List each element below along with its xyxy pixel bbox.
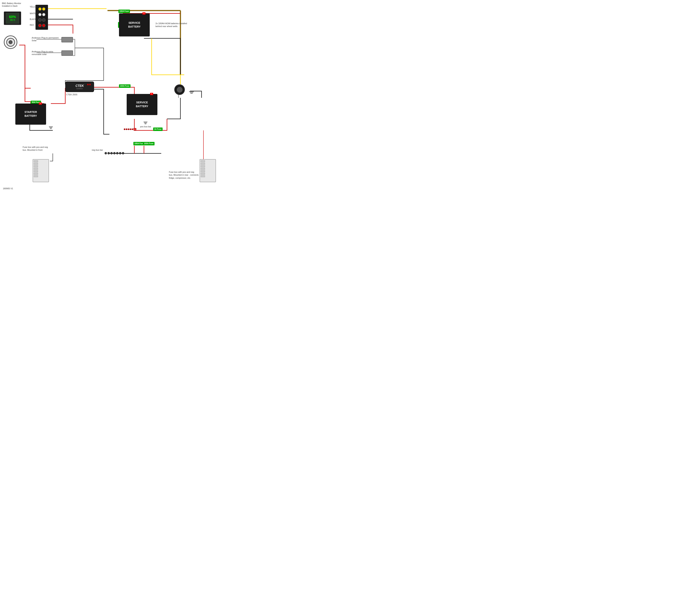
starter-battery-positive: + [39,102,42,105]
fuse-panel-rear-rows [200,160,216,178]
version-label: 180905 V1 [3,187,13,190]
ground-right [189,91,194,94]
service-battery-top-label: SERVICE BATTERY [128,21,141,29]
agm-note: 2x 100AH AGM batteries installed behind … [155,22,190,28]
isolator-switch [174,84,185,95]
solar-connector-outer [4,35,17,49]
solar-connector-core [9,40,12,44]
fuse-panel-front-rows [33,160,49,178]
fuse-panel-rear [200,159,216,182]
wire-label-red: RED [30,24,34,26]
ctek-subtext: D250SA [76,88,83,89]
service-battery-bottom-positive: + [150,93,153,95]
fuse-100a-br: 100A Fuse [143,142,154,146]
service-battery-bottom-label: SERVICE BATTERY [136,101,148,108]
anderson-label-1: Anderson Plug to permanent Solar [32,36,59,42]
fuse-panel-rear-label: Fuse box with pos and neg bus. Mounted i… [169,171,199,180]
ground-starter [49,127,53,129]
neg-bus-bar-label: neg bus bar [92,149,103,152]
fuse-100a-top: 100A Fuse [119,9,130,13]
ctek-model-label: CTEK 250S [66,94,77,96]
ctek-device: CTEK D250SA [65,81,94,92]
fuse-100a-mid: 100A Fuse [119,84,130,88]
connector-block [35,5,48,30]
wire-label-black: BLACK * [30,18,37,20]
connector-white-row [38,13,46,16]
fuse-panel-front [33,159,49,182]
bm1-screen: 60% 36 h [6,13,19,24]
starter-battery-label: STARTER BATTERY [24,110,37,118]
service-battery-top: + SERVICE BATTERY [119,14,150,36]
service-battery-bottom: + SERVICE BATTERY [127,94,157,115]
ctek-name: CTEK [75,84,84,88]
wiring-diagram: BM1 Battery Monitor Installed in Dash 60… [0,0,223,192]
solar-connector-inner [6,38,15,47]
fuse-1a: 1A Fuse [153,128,162,131]
anderson-plug-1 [61,37,73,43]
bm1-label: BM1 Battery Monitor Installed in Dash [2,2,23,7]
isolator-inner [177,87,182,93]
anderson-plug-2 [61,50,73,56]
pos-bus-bar [124,128,136,130]
connector-yellow-row [38,7,46,11]
pos-bus-bar-label: pos bus bar [140,125,151,128]
ground-service-bottom [144,122,147,124]
bm1-monitor: 60% 36 h [4,11,21,25]
fuse-panel-front-label: Fuse box with pos and neg bus. Mounted i… [23,146,50,152]
starter-battery: + STARTER BATTERY [15,104,46,125]
connector-black-row [38,18,46,22]
anderson-label-2: Anderson Plug to extra removable solar [32,50,59,56]
service-battery-top-positive: + [143,12,146,15]
bm1-percent: 60% [9,15,16,19]
neg-bus-bar [105,152,124,154]
connector-red-row [38,24,46,27]
bm1-hours: 36 h [10,19,15,21]
wire-label-yellow: YELLOW [30,6,38,8]
solar-connector [4,35,19,51]
wire-label-white: WHITE * [30,12,37,15]
